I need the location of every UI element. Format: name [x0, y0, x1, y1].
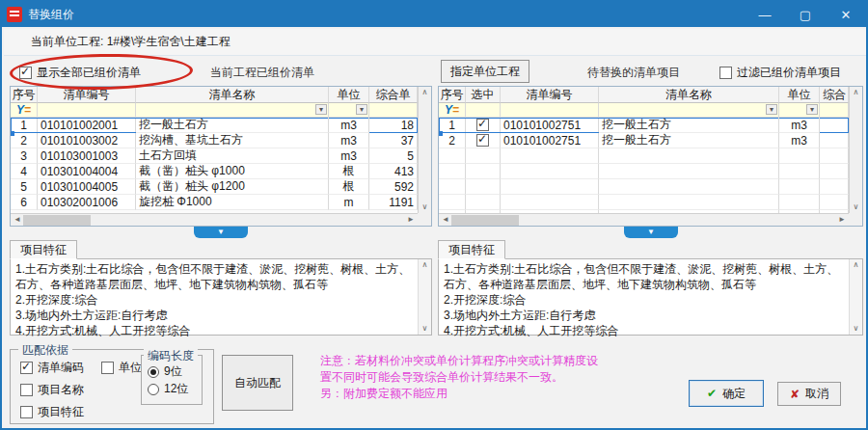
cell-code: 010302001006 [38, 195, 136, 210]
match-check-item-features[interactable]: 项目特征 [20, 404, 84, 420]
scroll-down-arrow[interactable]: ∨ [419, 203, 431, 211]
horizontal-scrollbar[interactable]: ◄ ► [11, 213, 418, 226]
col-header-no[interactable]: 序号 [439, 87, 466, 103]
dropdown-icon[interactable]: ▾ [315, 104, 327, 115]
filter-cell[interactable]: ▾ [599, 103, 779, 118]
dropdown-icon[interactable]: ▾ [806, 104, 818, 115]
tab-features-right[interactable]: 项目特征 [438, 240, 505, 259]
cell-selected[interactable] [466, 118, 501, 133]
cell-code: 010103001003 [38, 148, 136, 164]
radio-12-digits[interactable]: 12位 [148, 381, 188, 397]
match-check-unit[interactable]: 单位 [101, 360, 142, 376]
scroll-up-arrow[interactable]: ∧ [419, 89, 431, 96]
col-header-selected[interactable]: 选中 [466, 87, 501, 103]
table-row[interactable]: 1 010101002751 挖一般土石方 m3 [439, 118, 849, 133]
match-check-list-code[interactable]: 清单编码 [20, 360, 84, 376]
collapse-panel-button[interactable]: ▼ [624, 227, 678, 238]
auto-match-button[interactable]: 自动匹配 [222, 355, 293, 411]
cell-unit: 根 [329, 179, 369, 195]
scroll-down-arrow[interactable]: ∨ [419, 325, 431, 333]
radio-label: 9位 [164, 363, 182, 380]
checkbox-icon[interactable] [20, 362, 33, 374]
scroll-up-arrow[interactable]: ∧ [850, 89, 862, 96]
assign-unit-project-button[interactable]: 指定单位工程 [441, 60, 529, 83]
show-all-checkbox[interactable]: 显示全部已组价清单 [19, 61, 141, 84]
radio-icon[interactable] [148, 384, 159, 395]
vertical-scrollbar[interactable]: ∧ ∨ [849, 259, 862, 335]
vertical-scrollbar[interactable]: ∧ ∨ [418, 259, 431, 335]
cell-name: 挖沟槽、基坑土石方 [136, 133, 329, 148]
scrollbar-thumb[interactable] [23, 215, 91, 226]
filter-icon[interactable]: Y= [11, 103, 38, 118]
filter-cell[interactable] [501, 103, 599, 118]
scroll-up-arrow[interactable]: ∧ [419, 261, 431, 269]
minimize-button[interactable]: — [745, 2, 785, 27]
table-header-row: 序号 选中 清单编号 清单名称 单位 综合 [439, 87, 849, 103]
col-header-name[interactable]: 清单名称 [599, 87, 779, 103]
match-check-item-name[interactable]: 项目名称 [20, 382, 84, 398]
table-row[interactable]: 4 010301004004 截（凿）桩头 φ1000 根 413 [11, 164, 418, 179]
empty-row[interactable] [439, 179, 849, 195]
cell-unit: m3 [779, 133, 820, 148]
checkbox-icon[interactable] [101, 362, 114, 374]
empty-row[interactable] [439, 195, 849, 210]
filter-priced-checkbox[interactable]: 过滤已组价清单项目 [719, 65, 841, 81]
ok-button[interactable]: ✔ 确定 [689, 380, 764, 407]
filter-cell[interactable]: ▾ [136, 103, 329, 118]
scroll-left-arrow[interactable]: ◄ [14, 216, 21, 224]
table-row[interactable]: 6 010302001006 旋挖桩 Φ1000 m 1191 [11, 195, 418, 210]
vertical-scrollbar[interactable]: ∧ ∨ [849, 87, 862, 213]
scroll-down-arrow[interactable]: ∨ [850, 203, 862, 211]
tab-features-left[interactable]: 项目特征 [10, 240, 77, 259]
window-controls: — ▢ ✕ [745, 2, 866, 27]
cancel-button[interactable]: ✘ 取消 [777, 382, 841, 406]
horizontal-scrollbar[interactable]: ◄ ► [439, 213, 849, 226]
close-button[interactable]: ✕ [826, 2, 866, 27]
scroll-down-arrow[interactable]: ∨ [850, 325, 862, 333]
scroll-left-arrow[interactable]: ◄ [442, 216, 449, 224]
filter-cell[interactable] [38, 103, 136, 118]
checkbox-icon[interactable] [719, 67, 732, 79]
maximize-button[interactable]: ▢ [785, 2, 826, 27]
filter-cell[interactable]: ▾ [329, 103, 369, 118]
filter-row[interactable]: Y= ▾ ▾ [11, 103, 418, 118]
filter-row[interactable]: Y= ▾ ▾ [439, 103, 849, 118]
filter-cell[interactable] [820, 103, 849, 118]
scrollbar-thumb[interactable] [451, 215, 519, 226]
col-header-price[interactable]: 综合单 [369, 87, 418, 103]
filter-cell[interactable] [466, 103, 501, 118]
collapse-panel-button[interactable]: ▼ [194, 227, 248, 238]
table-row[interactable]: 2 010101002751 挖一般土石方 m3 [439, 133, 849, 148]
checkbox-icon[interactable] [476, 119, 489, 131]
table-row[interactable]: 1 010101002001 挖一般土石方 m3 18 [11, 118, 418, 133]
radio-9-digits[interactable]: 9位 [148, 363, 182, 380]
filter-cell[interactable]: ▾ [779, 103, 820, 118]
cell-name: 土石方回填 [136, 148, 329, 164]
checkbox-icon[interactable] [476, 134, 489, 147]
col-header-code[interactable]: 清单编号 [38, 87, 136, 103]
dropdown-icon[interactable]: ▾ [766, 104, 777, 115]
vertical-scrollbar[interactable]: ∧ ∨ [418, 87, 431, 213]
table-row[interactable]: 5 010301004005 截（凿）桩头 φ1200 根 592 [11, 179, 418, 195]
checkbox-icon[interactable] [20, 384, 33, 396]
scroll-right-arrow[interactable]: ► [407, 216, 415, 224]
table-row[interactable]: 2 010101003002 挖沟槽、基坑土石方 m3 37 [11, 133, 418, 148]
checkbox-icon[interactable] [19, 67, 32, 79]
col-header-code[interactable]: 清单编号 [501, 87, 599, 103]
radio-icon[interactable] [148, 366, 159, 378]
empty-row[interactable] [439, 148, 849, 164]
col-header-no[interactable]: 序号 [11, 87, 38, 103]
col-header-price[interactable]: 综合 [820, 87, 849, 103]
filter-icon[interactable]: Y= [439, 103, 466, 118]
scroll-up-arrow[interactable]: ∧ [850, 261, 862, 269]
col-header-unit[interactable]: 单位 [779, 87, 820, 103]
col-header-name[interactable]: 清单名称 [136, 87, 329, 103]
dropdown-icon[interactable]: ▾ [356, 104, 367, 115]
checkbox-icon[interactable] [20, 406, 33, 418]
col-header-unit[interactable]: 单位 [329, 87, 369, 103]
scroll-right-arrow[interactable]: ► [838, 216, 846, 224]
filter-cell[interactable] [369, 103, 418, 118]
table-row[interactable]: 3 010103001003 土石方回填 m3 5 [11, 148, 418, 164]
empty-row[interactable] [439, 164, 849, 179]
cell-selected[interactable] [466, 133, 501, 148]
